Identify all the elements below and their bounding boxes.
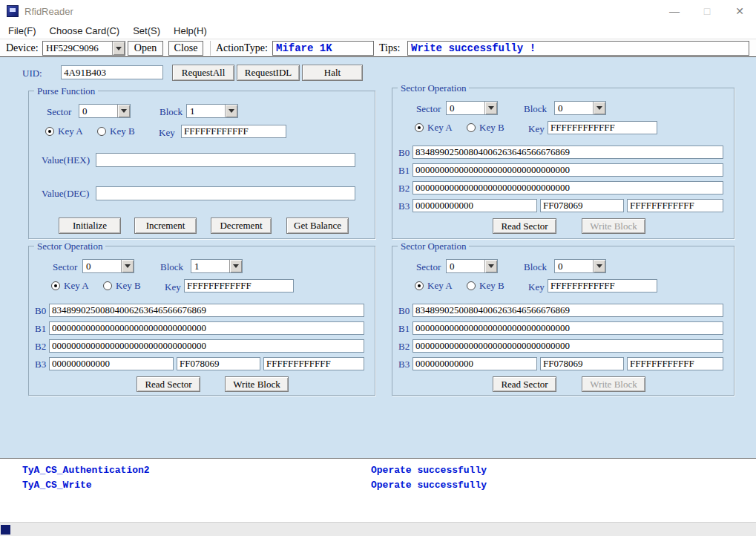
purse-value-hex-input[interactable] (96, 153, 355, 167)
radio-dot-icon (103, 281, 112, 290)
request-all-button[interactable]: RequestAll (172, 65, 234, 81)
sector-operation-title: Sector Operation (398, 241, 469, 252)
get-balance-button[interactable]: Get Balance (286, 218, 349, 234)
sector-combobox[interactable]: 0 (446, 259, 498, 273)
b1-label: B1 (398, 323, 410, 335)
key-input[interactable] (184, 279, 294, 292)
chevron-down-icon[interactable] (593, 102, 605, 114)
key-label: Key (165, 281, 181, 293)
toolbar-separator (210, 41, 211, 56)
initialize-button[interactable]: Initialize (59, 218, 121, 234)
key-b-radio[interactable]: Key B (467, 280, 504, 292)
read-sector-button[interactable]: Read Sector (493, 218, 556, 234)
b1-input[interactable] (412, 321, 723, 335)
read-sector-button[interactable]: Read Sector (493, 376, 556, 392)
sector-combobox[interactable]: 0 (82, 259, 134, 273)
b2-input[interactable] (412, 339, 723, 353)
minimize-button[interactable]: — (658, 0, 691, 22)
block-value: 1 (191, 260, 229, 272)
b0-label: B0 (398, 305, 410, 317)
key-input[interactable] (548, 121, 657, 134)
chevron-down-icon[interactable] (229, 260, 242, 272)
b3-access-bits-input[interactable] (540, 357, 624, 370)
block-label: Block (160, 261, 183, 273)
block-combobox[interactable]: 0 (554, 259, 606, 273)
sector-combobox[interactable]: 0 (446, 101, 498, 115)
key-input[interactable] (548, 279, 657, 292)
chevron-down-icon[interactable] (484, 260, 497, 272)
request-idl-button[interactable]: RequestIDL (237, 65, 300, 81)
b3-key-a-input[interactable] (412, 199, 537, 212)
chevron-down-icon[interactable] (121, 260, 134, 272)
key-label: Key (528, 123, 545, 135)
close-device-button[interactable]: Close (168, 41, 203, 56)
block-combobox[interactable]: 1 (191, 259, 243, 273)
uid-input[interactable] (61, 65, 163, 79)
b3-key-a-input[interactable] (49, 357, 174, 370)
key-b-radio[interactable]: Key B (467, 122, 504, 134)
purse-key-b-radio[interactable]: Key B (97, 125, 135, 137)
key-a-radio[interactable]: Key A (415, 280, 453, 292)
log-row: TyA_CS_Write Operate successfully (0, 480, 756, 494)
b3-access-bits-input[interactable] (540, 199, 624, 212)
key-label: Key (528, 281, 545, 293)
purse-value-dec-input[interactable] (96, 186, 355, 200)
b0-input[interactable] (49, 304, 364, 317)
b0-input[interactable] (412, 304, 723, 317)
menu-choose-card[interactable]: Choose Card(C) (43, 22, 127, 39)
b0-input[interactable] (412, 146, 723, 159)
tips-field: Write successfully ! (407, 41, 749, 56)
close-button[interactable]: ✕ (723, 0, 756, 22)
radio-dot-icon (51, 281, 60, 290)
chevron-down-icon[interactable] (484, 102, 497, 114)
block-combobox[interactable]: 0 (554, 101, 606, 115)
key-b-radio[interactable]: Key B (103, 280, 141, 292)
b1-input[interactable] (412, 163, 723, 177)
b3-key-b-input[interactable] (627, 357, 723, 370)
purse-sector-value: 0 (79, 105, 117, 117)
decrement-button[interactable]: Decrement (211, 218, 272, 234)
key-a-radio[interactable]: Key A (415, 122, 453, 134)
b2-label: B2 (35, 341, 46, 353)
halt-button[interactable]: Halt (302, 65, 363, 81)
maximize-button[interactable]: □ (691, 0, 723, 22)
b3-access-bits-input[interactable] (177, 357, 260, 370)
log-panel: TyA_CS_Authentication2 Operate successfu… (0, 458, 756, 522)
chevron-down-icon[interactable] (117, 105, 130, 117)
open-button[interactable]: Open (128, 41, 163, 56)
b3-key-b-input[interactable] (263, 357, 364, 370)
device-combobox[interactable]: HF529C9096 (42, 41, 125, 56)
sector-value: 0 (447, 102, 484, 114)
sector-operation-group-bottom-left: Sector Operation Sector 0 Block 1 Key A … (28, 246, 375, 396)
purse-key-input[interactable] (181, 125, 286, 138)
key-b-label: Key B (479, 122, 504, 134)
b2-input[interactable] (412, 181, 723, 195)
b1-input[interactable] (49, 321, 364, 335)
b3-key-b-input[interactable] (627, 199, 723, 212)
menu-help[interactable]: Help(H) (167, 22, 214, 39)
purse-sector-combobox[interactable]: 0 (79, 104, 131, 118)
purse-key-label: Key (159, 127, 175, 139)
chevron-down-icon[interactable] (112, 42, 125, 55)
menu-set[interactable]: Set(S) (126, 22, 167, 39)
b0-label: B0 (35, 305, 46, 317)
key-b-label: Key B (479, 280, 504, 292)
b2-input[interactable] (49, 339, 364, 353)
key-a-label: Key A (427, 122, 453, 134)
main-panel: UID: RequestAll RequestIDL Halt Purse Fu… (0, 57, 756, 458)
purse-key-a-label: Key A (58, 125, 83, 137)
chevron-down-icon[interactable] (225, 105, 237, 117)
write-block-button[interactable]: Write Block (225, 376, 289, 392)
key-a-radio[interactable]: Key A (51, 280, 89, 292)
b3-key-a-input[interactable] (412, 357, 537, 370)
read-sector-button[interactable]: Read Sector (137, 376, 200, 392)
increment-button[interactable]: Increment (134, 218, 197, 234)
chevron-down-icon[interactable] (593, 260, 605, 272)
menu-file[interactable]: File(F) (1, 22, 43, 39)
radio-dot-icon (467, 281, 476, 290)
sector-label: Sector (416, 103, 441, 115)
log-result: Operate successfully (371, 480, 487, 491)
purse-key-a-radio[interactable]: Key A (45, 125, 83, 137)
purse-block-combobox[interactable]: 1 (186, 104, 238, 118)
sector-label: Sector (416, 261, 441, 273)
